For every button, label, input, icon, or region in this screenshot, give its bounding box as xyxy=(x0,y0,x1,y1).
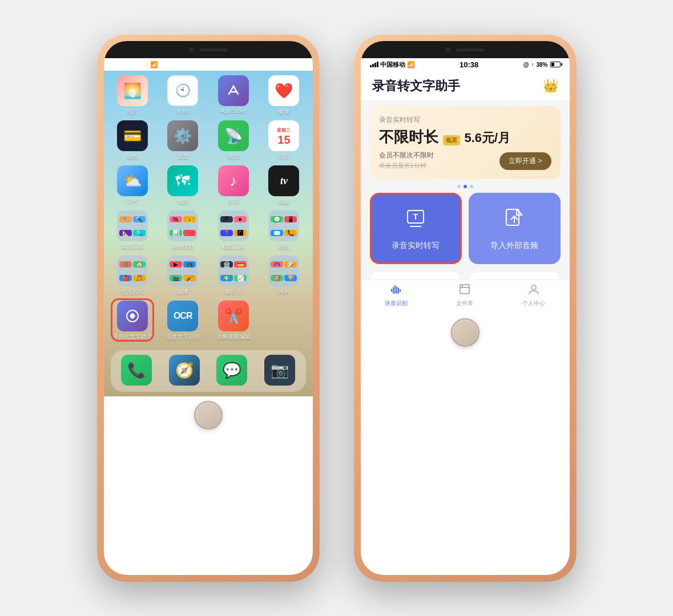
wallet-icon: 💳 xyxy=(117,120,148,151)
app-photos[interactable]: 🌅 照片 xyxy=(113,75,152,116)
photos-icon: 🌅 xyxy=(117,75,148,106)
app-title: 录音转文字助手 xyxy=(372,78,460,95)
recognition-tab-label: 语音识别 xyxy=(385,299,408,307)
video-edit-icon: ✂️ xyxy=(218,301,249,331)
app-tv[interactable]: tv 视频 xyxy=(264,165,303,206)
tools-folder-icon: 🔧 🔦 📐 🔍 xyxy=(117,210,148,241)
location-icon: @ xyxy=(267,62,272,68)
tab-bar: 语音识别 文件库 xyxy=(361,279,570,314)
promo-card: 录音实时转写 不限时长 低至 5.6元/月 会员不限次不限时 非会员最长1分钟 … xyxy=(370,106,561,179)
folder-leisure[interactable]: 🎮 🎲 🎯 🏆 休闲 xyxy=(264,256,303,296)
wifi-icon-2: 📶 xyxy=(407,61,415,68)
recognition-tab-icon xyxy=(390,283,402,298)
empty-slot xyxy=(268,301,299,331)
folder-bank[interactable]: 🏦 💳 💵 📈 银行卡 xyxy=(214,256,253,296)
signal-arrow: ↑ xyxy=(274,62,277,68)
svg-point-18 xyxy=(531,285,536,290)
promo-main-text: 不限时长 xyxy=(379,127,438,147)
dock-safari[interactable]: 🧭 xyxy=(165,355,204,387)
dock-camera[interactable]: 📷 xyxy=(260,355,299,387)
folder-elite[interactable]: P ★ 📍 🅿 精品工具 xyxy=(214,210,253,251)
clock-icon: 🕙 xyxy=(167,75,198,106)
weather-icon: ⛅ xyxy=(117,165,148,196)
realtime-icon: T xyxy=(403,206,428,235)
signal-icon xyxy=(113,62,122,67)
tab-profile[interactable]: 个人中心 xyxy=(522,283,545,307)
bank-folder-icon: 🏦 💳 💵 📈 xyxy=(218,256,249,286)
realtime-label: 录音实时转写 xyxy=(392,241,440,251)
calendar-icon: 星期三 15 xyxy=(268,120,299,151)
tab-files[interactable]: 文件库 xyxy=(456,283,473,307)
home-button-2[interactable] xyxy=(451,318,479,347)
import-label: 导入外部音频 xyxy=(490,241,538,251)
app-weather[interactable]: ⛅ 天气 xyxy=(113,165,152,206)
btn-realtime-transcription[interactable]: T 录音实时转写 xyxy=(370,193,462,264)
import-icon xyxy=(502,206,527,235)
promo-price: 5.6元/月 xyxy=(465,129,511,147)
app-settings[interactable]: ⚙️ 设置 xyxy=(163,120,202,161)
app-clock[interactable]: 🕙 时钟 xyxy=(163,75,202,116)
speaker-1 xyxy=(199,48,228,51)
app-health[interactable]: ❤️ 健康 xyxy=(264,75,303,116)
app-appstore[interactable]: App Store xyxy=(214,75,253,116)
battery-percent-1: 38% xyxy=(279,62,291,68)
dock: 📞 🧭 💬 📷 xyxy=(111,350,306,392)
shopping-folder-icon: 🛍 💰 📊 ❤️ xyxy=(167,210,198,241)
folder-comms[interactable]: 💬 📱 ✉️ 📞 通讯 xyxy=(264,210,303,251)
profile-tab-icon xyxy=(527,283,540,298)
folder-life[interactable]: 🌿 🏠 🍎 🎵 生活方式 xyxy=(113,256,152,296)
signal-arrow-2: ↑ xyxy=(531,62,534,68)
comms-folder-icon: 💬 📱 ✉️ 📞 xyxy=(268,210,299,241)
front-camera-2 xyxy=(446,47,450,52)
speaker-2 xyxy=(456,48,485,51)
life-folder-icon: 🌿 🏠 🍎 🎵 xyxy=(117,256,148,286)
tab-recognition[interactable]: 语音识别 xyxy=(385,283,408,307)
recorder-highlight-box xyxy=(111,298,154,342)
app-video-edit[interactable]: ✂️ 清爽视频编辑 xyxy=(214,301,253,341)
app-row-6: 录音转文字助手 OCR 迅捷文字识别 ✂️ 清爽视频编辑 xyxy=(113,301,304,341)
btn-import-audio[interactable]: 导入外部音频 xyxy=(469,193,561,264)
folder-shopping[interactable]: 🛍 💰 📊 ❤️ 购物理财 xyxy=(163,210,202,251)
elite-folder-icon: P ★ 📍 🅿 xyxy=(218,210,249,241)
messages-dock-icon: 💬 xyxy=(216,355,247,386)
status-right-1: @ ↑ 38% xyxy=(267,62,304,68)
phone-2: 中国移动 📶 10:38 @ ↑ 38% 录音转文字助手 👑 录音实 xyxy=(354,34,577,582)
dot-3 xyxy=(470,185,473,188)
time-display-1: 10:38 xyxy=(203,60,221,69)
app-screen: 录音转文字助手 👑 录音实时转写 不限时长 低至 5.6元/月 会员不限次不限时… xyxy=(361,71,570,314)
app-ocr[interactable]: OCR 迅捷文字识别 xyxy=(163,301,202,341)
home-screen: 🌅 照片 🕙 时钟 App Store ❤️ xyxy=(104,71,313,396)
status-right-2: @ ↑ 38% xyxy=(523,62,561,68)
dock-messages[interactable]: 💬 xyxy=(212,355,251,387)
folder-tools[interactable]: 🔧 🔦 📐 🔍 实用工具 xyxy=(113,210,152,251)
app-maps[interactable]: 🗺 地图 xyxy=(163,165,202,206)
dock-phone[interactable]: 📞 xyxy=(117,355,156,387)
app-find[interactable]: 📡 查找 xyxy=(214,120,253,161)
promo-badge: 低至 xyxy=(443,135,460,145)
phone-top-bar-1 xyxy=(104,41,313,58)
promo-activate-button[interactable]: 立即开通 > xyxy=(499,152,551,170)
status-left-2: 中国移动 📶 xyxy=(370,60,415,69)
files-tab-icon xyxy=(458,283,471,298)
app-row-1: 🌅 照片 🕙 时钟 App Store ❤️ xyxy=(113,75,304,116)
app-wallet[interactable]: 💳 钱包 xyxy=(113,120,152,161)
health-icon: ❤️ xyxy=(268,75,299,106)
location-icon-2: @ xyxy=(523,62,529,68)
signal-icon-2 xyxy=(370,62,378,67)
app-empty xyxy=(264,301,303,341)
crown-icon[interactable]: 👑 xyxy=(543,79,558,94)
app-calendar[interactable]: 星期三 15 日历 xyxy=(264,120,303,161)
promo-label: 录音实时转写 xyxy=(379,115,551,125)
app-music[interactable]: ♪ 音乐 xyxy=(214,165,253,206)
phone-top-bar-2 xyxy=(361,41,570,58)
front-camera-1 xyxy=(189,47,194,52)
battery-percent-2: 38% xyxy=(536,62,547,68)
promo-price-row: 不限时长 低至 5.6元/月 xyxy=(379,127,551,147)
status-bar-2: 中国移动 📶 10:38 @ ↑ 38% xyxy=(361,58,570,71)
wifi-icon: 📶 xyxy=(150,61,158,68)
music-icon: ♪ xyxy=(218,165,249,196)
app-header: 录音转文字助手 👑 xyxy=(361,71,570,100)
home-button-1[interactable] xyxy=(194,401,223,429)
battery-icon-2 xyxy=(550,62,561,67)
folder-media[interactable]: ▶ 📺 🎬 🎤 媒体 xyxy=(163,256,202,296)
